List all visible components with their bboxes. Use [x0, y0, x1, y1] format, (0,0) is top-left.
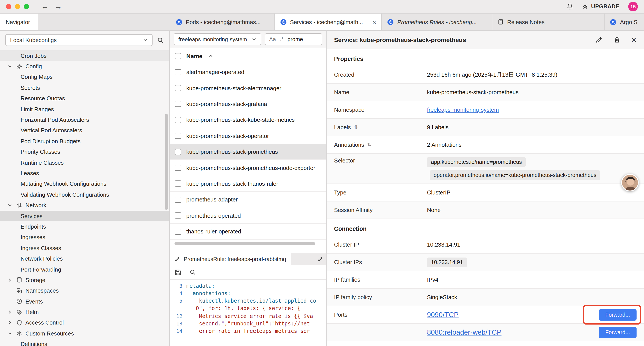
select-all-checkbox[interactable] [175, 53, 181, 59]
tab-pods[interactable]: Pods - icecheng@mathmas... [170, 13, 275, 30]
tab-services[interactable]: Services - icecheng@math... × [275, 13, 382, 30]
close-icon[interactable]: × [631, 35, 636, 44]
sidebar-item-helm[interactable]: Helm [0, 307, 169, 318]
sidebar-item-definitions[interactable]: Definitions [0, 339, 169, 346]
tab-release-notes[interactable]: Release Notes [492, 13, 605, 30]
port-link[interactable]: 8080:reloader-web/TCP [427, 328, 502, 336]
row-checkbox[interactable] [175, 101, 181, 107]
chevron-right-icon[interactable] [7, 310, 13, 315]
sidebar-item-services[interactable]: Services [0, 211, 169, 221]
table-row[interactable]: kube-prometheus-stack-thanos-ruler [170, 176, 326, 192]
sidebar-item-runtime-classes[interactable]: Runtime Classes [0, 157, 169, 168]
sidebar-item-priority-classes[interactable]: Priority Classes [0, 146, 169, 157]
editor-search-icon[interactable] [190, 269, 196, 276]
row-checkbox[interactable] [175, 197, 181, 203]
row-checkbox[interactable] [175, 85, 181, 91]
table-row[interactable]: kube-prometheus-stack-prometheus-node-ex… [170, 160, 326, 176]
sidebar-item-events[interactable]: Events [0, 296, 169, 307]
trash-icon[interactable] [613, 36, 620, 43]
editor-code[interactable]: 3metadata:4 annotations:5 kubectl.kubern… [170, 280, 326, 346]
horizontal-scrollbar-thumb[interactable] [174, 242, 315, 246]
row-checkbox[interactable] [175, 212, 181, 219]
row-checkbox[interactable] [175, 228, 181, 235]
close-window-button[interactable] [6, 4, 12, 9]
sidebar-item-ingresses[interactable]: Ingresses [0, 232, 169, 243]
back-button[interactable]: ← [40, 3, 50, 10]
maximize-window-button[interactable] [24, 4, 29, 9]
editor-tab-next[interactable] [313, 253, 326, 265]
sidebar-item-label: Network Policies [20, 255, 63, 262]
chevron-right-icon[interactable] [7, 320, 13, 325]
avatar[interactable] [621, 174, 639, 191]
sort-toggle-icon[interactable]: ⇅ [354, 124, 358, 130]
sidebar-item-config-maps[interactable]: Config Maps [0, 72, 169, 82]
chevron-down-icon[interactable] [7, 203, 13, 208]
sidebar-item-namespaces[interactable]: Namespaces [0, 285, 169, 296]
sidebar-item-endpoints[interactable]: Endpoints [0, 221, 169, 232]
tab-argo[interactable]: Argo S [605, 13, 644, 30]
search-input[interactable]: Aa .* prome [265, 33, 322, 45]
sidebar-item-vertical-pod-autoscalers[interactable]: Vertical Pod Autoscalers [0, 125, 169, 136]
row-checkbox[interactable] [175, 133, 181, 139]
table-row[interactable]: prometheus-operated [170, 208, 326, 224]
edit-icon[interactable] [595, 36, 602, 43]
editor-tab-prometheusrule[interactable]: PrometheusRule: freeleaps-prod-rabbitmq [170, 253, 291, 265]
table-row[interactable]: alertmanager-operated [170, 64, 326, 80]
sidebar-item-resource-quotas[interactable]: Resource Quotas [0, 93, 169, 104]
navigator-panel-tab[interactable]: Navigator [0, 13, 38, 30]
kubeconfig-selector[interactable]: Local Kubeconfigs [5, 34, 152, 46]
match-case-toggle[interactable]: Aa [269, 36, 276, 42]
notification-count-badge[interactable]: 15 [628, 2, 638, 11]
regex-toggle[interactable]: .* [280, 36, 284, 42]
sidebar-item-mutating-webhook-configurations[interactable]: Mutating Webhook Configurations [0, 178, 169, 189]
port-link[interactable]: 9090/TCP [427, 311, 458, 319]
sidebar-item-config[interactable]: Config [0, 61, 169, 72]
table-row[interactable]: kube-prometheus-stack-grafana [170, 96, 326, 112]
sidebar-item-access-control[interactable]: Access Control [0, 318, 169, 328]
sidebar-item-ingress-classes[interactable]: Ingress Classes [0, 243, 169, 253]
sort-toggle-icon[interactable]: ⇅ [367, 142, 371, 148]
tab-prometheus-rules[interactable]: Prometheus Rules - icecheng... [382, 13, 492, 30]
row-checkbox[interactable] [175, 181, 181, 187]
name-column-header[interactable]: Name [186, 53, 202, 59]
table-row[interactable]: kube-prometheus-stack-alertmanager [170, 80, 326, 96]
sidebar-item-secrets[interactable]: Secrets [0, 82, 169, 93]
sidebar-scrollbar[interactable] [165, 114, 168, 210]
sidebar-item-horizontal-pod-autoscalers[interactable]: Horizontal Pod Autoscalers [0, 114, 169, 125]
namespace-filter[interactable]: freeleaps-monitoring-system [174, 33, 261, 45]
close-tab-icon[interactable]: × [370, 18, 376, 26]
forward-button[interactable]: Forward... [599, 327, 636, 338]
sidebar-item-validating-webhook-configurations[interactable]: Validating Webhook Configurations [0, 189, 169, 200]
row-checkbox[interactable] [175, 117, 181, 123]
forward-button[interactable]: → [54, 3, 63, 10]
sidebar-item-port-forwarding[interactable]: Port Forwarding [0, 264, 169, 275]
search-icon[interactable] [157, 36, 164, 43]
horizontal-scrollbar[interactable] [170, 240, 326, 253]
table-row[interactable]: prometheus-adapter [170, 192, 326, 208]
chevron-down-icon[interactable] [7, 331, 13, 336]
namespace-link[interactable]: freeleaps-monitoring-system [427, 106, 499, 113]
minimize-window-button[interactable] [15, 4, 20, 9]
table-row[interactable]: thanos-ruler-operated [170, 224, 326, 240]
sidebar-item-pod-disruption-budgets[interactable]: Pod Disruption Budgets [0, 136, 169, 146]
sidebar-item-cron-jobs[interactable]: Cron Jobs [0, 50, 169, 61]
upgrade-button[interactable]: UPGRADE [582, 3, 620, 10]
sidebar-item-leases[interactable]: Leases [0, 168, 169, 179]
table-row[interactable]: kube-prometheus-stack-operator [170, 128, 326, 144]
sidebar-item-storage[interactable]: Storage [0, 275, 169, 285]
row-checkbox[interactable] [175, 69, 181, 75]
row-checkbox[interactable] [175, 165, 181, 171]
forward-button[interactable]: Forward... [599, 309, 636, 320]
notifications-bell-icon[interactable] [566, 3, 574, 10]
row-checkbox[interactable] [175, 149, 181, 155]
sidebar-item-network-policies[interactable]: Network Policies [0, 253, 169, 264]
sort-ascending-icon[interactable] [209, 54, 213, 58]
chevron-right-icon[interactable] [7, 278, 13, 283]
save-icon[interactable] [174, 269, 182, 276]
sidebar-item-network[interactable]: Network [0, 200, 169, 211]
sidebar-item-limit-ranges[interactable]: Limit Ranges [0, 104, 169, 114]
chevron-down-icon[interactable] [7, 64, 13, 69]
sidebar-item-custom-resources[interactable]: Custom Resources [0, 328, 169, 339]
table-row[interactable]: kube-prometheus-stack-prometheus [170, 144, 326, 160]
table-row[interactable]: kube-prometheus-stack-kube-state-metrics [170, 112, 326, 128]
